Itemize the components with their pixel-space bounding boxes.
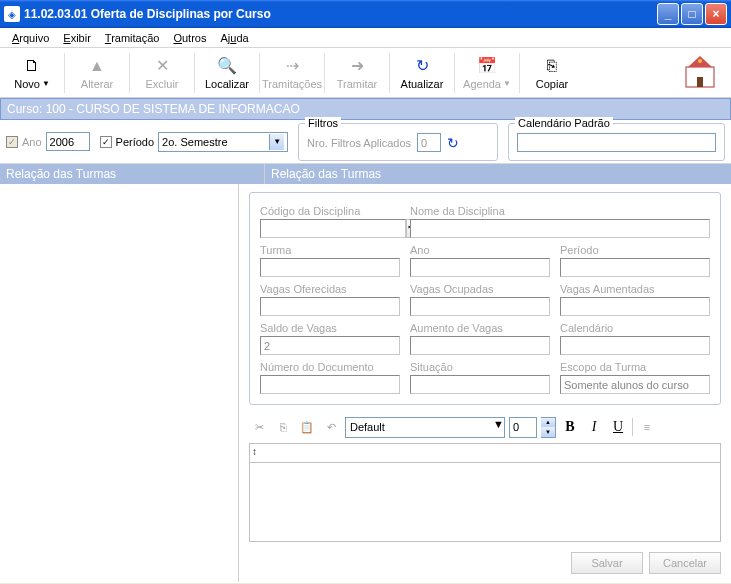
chevron-down-icon: ▼ [269, 134, 284, 150]
vagas-oferecidas-label: Vagas Oferecidas [260, 283, 400, 295]
maximize-button[interactable]: □ [681, 3, 703, 25]
situacao-label: Situação [410, 361, 550, 373]
excluir-button[interactable]: ✕ Excluir [132, 50, 192, 96]
menu-arquivo[interactable]: Arquivo [6, 30, 55, 46]
indent-marker-icon[interactable]: ↕ [252, 446, 257, 457]
curso-header: Curso: 100 - CURSO DE SISTEMA DE INFORMA… [0, 98, 731, 120]
font-value: Default [350, 421, 385, 433]
cut-icon[interactable]: ✂ [249, 417, 269, 437]
paste-icon[interactable]: 📋 [297, 417, 317, 437]
dropdown-caret-icon: ▼ [503, 79, 511, 88]
ano-input[interactable] [46, 132, 90, 151]
form-periodo-input[interactable] [560, 258, 710, 277]
atualizar-button[interactable]: ↻ Atualizar [392, 50, 452, 96]
nome-disciplina-input[interactable] [410, 219, 710, 238]
tramitar-button[interactable]: ➜ Tramitar [327, 50, 387, 96]
form-ano-label: Ano [410, 244, 550, 256]
calendario-fieldset: Calendário Padrão [508, 123, 725, 161]
atualizar-label: Atualizar [401, 78, 444, 90]
escopo-turma-input[interactable] [560, 375, 710, 394]
font-select[interactable]: Default ▼ [345, 417, 505, 438]
svg-point-3 [698, 59, 702, 63]
vagas-ocupadas-input[interactable] [410, 297, 550, 316]
bold-button[interactable]: B [560, 417, 580, 437]
editor-toolbar: ✂ ⎘ 📋 ↶ Default ▼ ▲▼ B I U ≡ [249, 415, 721, 439]
ano-checkbox[interactable]: ✓ [6, 136, 18, 148]
editor-textarea[interactable] [249, 463, 721, 542]
calendario-input[interactable] [517, 133, 716, 152]
codigo-disciplina-input[interactable] [260, 219, 406, 238]
localizar-button[interactable]: 🔍 Localizar [197, 50, 257, 96]
vagas-aumentadas-input[interactable] [560, 297, 710, 316]
undo-icon[interactable]: ↶ [321, 417, 341, 437]
cancelar-button[interactable]: Cancelar [649, 552, 721, 574]
situacao-input[interactable] [410, 375, 550, 394]
alterar-label: Alterar [81, 78, 113, 90]
vagas-ocupadas-label: Vagas Ocupadas [410, 283, 550, 295]
left-panel-header: Relação das Turmas [0, 164, 265, 184]
escopo-turma-label: Escopo da Turma [560, 361, 710, 373]
turma-input[interactable] [260, 258, 400, 277]
tramitacoes-label: Tramitações [262, 78, 322, 90]
parameters-row: ✓ Ano ✓ Período 2o. Semestre ▼ Filtros N… [0, 120, 731, 164]
tramitacoes-button[interactable]: ⇢ Tramitações [262, 50, 322, 96]
numero-documento-label: Número do Documento [260, 361, 400, 373]
filtros-count [417, 133, 441, 152]
novo-label: Novo [14, 78, 40, 90]
form-ano-input[interactable] [410, 258, 550, 277]
turmas-list-panel [0, 184, 239, 582]
underline-button[interactable]: U [608, 417, 628, 437]
copy-icon: ⎘ [542, 56, 562, 76]
agenda-label: Agenda [463, 78, 501, 90]
calendario-legend: Calendário Padrão [515, 117, 613, 129]
font-size-input[interactable] [509, 417, 537, 438]
copiar-label: Copiar [536, 78, 568, 90]
menubar: Arquivo Exibir Tramitação Outros Ajuda [0, 28, 731, 48]
copiar-button[interactable]: ⎘ Copiar [522, 50, 582, 96]
agenda-button[interactable]: 📅 Agenda▼ [457, 50, 517, 96]
alterar-button[interactable]: ▲ Alterar [67, 50, 127, 96]
novo-button[interactable]: 🗋 Novo▼ [2, 50, 62, 96]
filtros-label: Nro. Filtros Aplicados [307, 137, 411, 149]
new-icon: 🗋 [22, 56, 42, 76]
aumento-vagas-label: Aumento de Vagas [410, 322, 550, 334]
detail-panel: Código da Disciplina ⤡ Nome da Disciplin… [239, 184, 731, 582]
form-calendario-input[interactable] [560, 336, 710, 355]
toolbar: 🗋 Novo▼ ▲ Alterar ✕ Excluir 🔍 Localizar … [0, 48, 731, 98]
menu-tramitacao[interactable]: Tramitação [99, 30, 166, 46]
copy-editor-icon[interactable]: ⎘ [273, 417, 293, 437]
dropdown-caret-icon: ▼ [42, 79, 50, 88]
turma-label: Turma [260, 244, 400, 256]
vagas-oferecidas-input[interactable] [260, 297, 400, 316]
minimize-button[interactable]: _ [657, 3, 679, 25]
editor-ruler[interactable]: ↕ [249, 443, 721, 463]
menu-exibir[interactable]: Exibir [57, 30, 97, 46]
aumento-vagas-input[interactable] [410, 336, 550, 355]
font-size-spinner[interactable]: ▲▼ [541, 417, 556, 438]
chevron-down-icon: ▼ [493, 418, 504, 437]
form-calendario-label: Calendário [560, 322, 710, 334]
refresh-icon: ↻ [412, 56, 432, 76]
window-titlebar: ◈ 11.02.03.01 Oferta de Disciplinas por … [0, 0, 731, 28]
vagas-aumentadas-label: Vagas Aumentadas [560, 283, 710, 295]
align-left-icon[interactable]: ≡ [637, 417, 657, 437]
svg-rect-2 [697, 77, 703, 87]
menu-ajuda[interactable]: Ajuda [214, 30, 254, 46]
numero-documento-input[interactable] [260, 375, 400, 394]
periodo-select[interactable]: 2o. Semestre ▼ [158, 132, 288, 152]
saldo-vagas-input [260, 336, 400, 355]
right-panel-header: Relação das Turmas [265, 164, 731, 184]
search-icon: 🔍 [217, 56, 237, 76]
detail-form: Código da Disciplina ⤡ Nome da Disciplin… [249, 192, 721, 405]
filtros-refresh-icon[interactable]: ↻ [447, 135, 459, 151]
localizar-label: Localizar [205, 78, 249, 90]
close-button[interactable]: × [705, 3, 727, 25]
edit-icon: ▲ [87, 56, 107, 76]
periodo-value: 2o. Semestre [162, 136, 227, 148]
saldo-vagas-label: Saldo de Vagas [260, 322, 400, 334]
salvar-button[interactable]: Salvar [571, 552, 643, 574]
menu-outros[interactable]: Outros [167, 30, 212, 46]
italic-button[interactable]: I [584, 417, 604, 437]
ano-label: Ano [22, 136, 42, 148]
periodo-checkbox[interactable]: ✓ [100, 136, 112, 148]
